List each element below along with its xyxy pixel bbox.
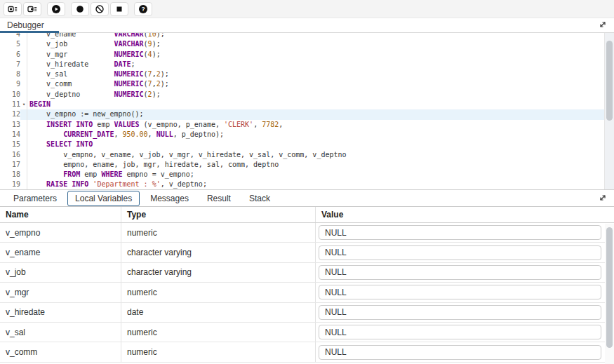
code-line-8[interactable]: 8 v_sal NUMERIC(7,2); (0, 69, 604, 79)
variable-type: character varying (121, 243, 316, 262)
code-line-16[interactable]: 16 v_empno, v_ename, v_job, v_mgr, v_hir… (0, 150, 604, 160)
line-number[interactable]: 4 (0, 33, 20, 39)
line-number[interactable]: 17 (0, 160, 20, 170)
editor-expand-button[interactable] (598, 20, 608, 30)
variable-row-v_job: v_jobcharacter varying (0, 263, 614, 283)
table-scrollbar-thumb[interactable] (606, 227, 613, 348)
variable-type: date (121, 303, 316, 322)
line-number[interactable]: 13 (0, 120, 20, 130)
expand-diagonal-icon (599, 192, 607, 205)
code-line-10[interactable]: 10 v_deptno NUMERIC(2); (0, 90, 604, 100)
code-line-9[interactable]: 9 v_comm NUMERIC(7,2); (0, 79, 604, 89)
line-number[interactable]: 19 (0, 180, 20, 189)
line-number[interactable]: 9 (0, 79, 20, 89)
code-line-14[interactable]: 14 CURRENT_DATE, 950.00, NULL, p_deptno)… (0, 130, 604, 140)
tab-parameters[interactable]: Parameters (6, 191, 65, 206)
code-text[interactable]: BEGIN (27, 100, 604, 109)
code-text[interactable]: SELECT INTO (27, 140, 604, 149)
tab-stack[interactable]: Stack (241, 191, 278, 206)
ban-circle-icon (95, 4, 105, 14)
code-line-17[interactable]: 17 empno, ename, job, mgr, hiredate, sal… (0, 160, 604, 170)
code-line-7[interactable]: 7 v_hiredate DATE; (0, 60, 604, 69)
code-line-5[interactable]: 5 v_job VARCHAR(9); (0, 39, 604, 49)
play-circle-icon (51, 4, 61, 14)
line-number[interactable]: 5 (0, 39, 20, 49)
step-over-button[interactable] (23, 2, 41, 16)
panel-expand-button[interactable] (598, 194, 608, 203)
variable-type: numeric (121, 342, 316, 361)
code-text[interactable]: INSERT INTO emp VALUES (v_empno, p_ename… (27, 120, 604, 130)
code-text[interactable]: empno, ename, job, mgr, hiredate, sal, c… (27, 160, 604, 170)
line-number[interactable]: 8 (0, 69, 20, 79)
variable-value-input[interactable] (319, 245, 601, 260)
code-text[interactable]: v_hiredate DATE; (27, 60, 604, 69)
code-text[interactable]: RAISE INFO 'Department : %', v_deptno; (27, 180, 604, 189)
variable-value-input[interactable] (319, 305, 601, 320)
variable-value-cell (316, 283, 614, 302)
tab-messages[interactable]: Messages (142, 191, 196, 206)
variable-name: v_hiredate (0, 303, 121, 322)
line-number[interactable]: 11 (0, 100, 20, 109)
line-number[interactable]: 7 (0, 60, 20, 69)
toggle-breakpoint-button[interactable] (71, 2, 89, 16)
line-number[interactable]: 10 (0, 90, 20, 100)
editor-scrollbar-thumb[interactable] (606, 41, 613, 121)
column-header-type: Type (121, 207, 316, 222)
code-line-18[interactable]: 18 FROM emp WHERE empno = v_empno; (0, 170, 604, 180)
tab-local-variables[interactable]: Local Variables (67, 191, 140, 206)
table-header-row: Name Type Value (0, 207, 614, 223)
breakpoint-circle-icon (75, 4, 85, 14)
code-text[interactable]: v_ename VARCHAR(10); (27, 33, 604, 39)
code-text[interactable]: FROM emp WHERE empno = v_empno; (27, 170, 604, 180)
code-text[interactable]: v_comm NUMERIC(7,2); (27, 79, 604, 89)
code-text[interactable]: v_job VARCHAR(9); (27, 39, 604, 49)
code-line-15[interactable]: 15 SELECT INTO (0, 140, 604, 149)
table-scrollbar[interactable] (605, 224, 614, 364)
variable-name: v_sal (0, 323, 121, 342)
code-text[interactable]: v_empno := new_empno(); (27, 109, 604, 119)
help-button[interactable]: ? (134, 2, 152, 16)
variable-value-input[interactable] (319, 325, 601, 339)
code-text[interactable]: v_empno, v_ename, v_job, v_mgr, v_hireda… (27, 150, 604, 160)
variable-row-v_empno: v_empnonumeric (0, 223, 614, 243)
tab-debugger[interactable]: Debugger (0, 18, 54, 32)
line-number[interactable]: 18 (0, 170, 20, 180)
variable-value-input[interactable] (319, 285, 601, 299)
variable-value-cell (316, 342, 614, 361)
continue-button[interactable] (47, 2, 65, 16)
variable-type: numeric (121, 323, 316, 342)
variable-row-v_comm: v_commnumeric (0, 342, 614, 362)
stop-button[interactable] (110, 2, 128, 16)
line-number[interactable]: 16 (0, 150, 20, 160)
expand-diagonal-icon (599, 19, 607, 32)
code-line-19[interactable]: 19 RAISE INFO 'Department : %', v_deptno… (0, 180, 604, 189)
code-text[interactable]: v_mgr NUMERIC(4); (27, 50, 604, 60)
code-text[interactable]: CURRENT_DATE, 950.00, NULL, p_deptno); (27, 130, 604, 140)
code-line-12[interactable]: 12 v_empno := new_empno(); (0, 109, 604, 119)
code-line-11[interactable]: 11▾BEGIN (0, 100, 604, 109)
variable-value-cell (316, 323, 614, 342)
step-into-button[interactable] (4, 2, 22, 16)
variable-value-input[interactable] (319, 345, 601, 360)
variable-value-input[interactable] (319, 265, 601, 280)
code-text[interactable]: v_sal NUMERIC(7,2); (27, 69, 604, 79)
variable-type: character varying (121, 263, 316, 282)
help-icon: ? (138, 4, 148, 14)
variable-value-input[interactable] (319, 225, 601, 240)
line-number[interactable]: 12 (0, 109, 20, 119)
code-line-4[interactable]: 4 v_ename VARCHAR(10); (0, 33, 604, 39)
debug-panel-tabs: ParametersLocal VariablesMessagesResultS… (6, 191, 281, 206)
code-line-6[interactable]: 6 v_mgr NUMERIC(4); (0, 50, 604, 60)
variable-value-cell (316, 263, 614, 282)
code-editor[interactable]: 4 v_ename VARCHAR(10);5 v_job VARCHAR(9)… (0, 33, 614, 190)
line-number[interactable]: 6 (0, 50, 20, 60)
clear-all-breakpoints-button[interactable] (91, 2, 109, 16)
line-number[interactable]: 15 (0, 140, 20, 149)
code-line-13[interactable]: 13 INSERT INTO emp VALUES (v_empno, p_en… (0, 120, 604, 130)
tab-debugger-label: Debugger (7, 20, 44, 30)
line-number[interactable]: 14 (0, 130, 20, 140)
code-text[interactable]: v_deptno NUMERIC(2); (27, 90, 604, 100)
editor-scrollbar[interactable] (604, 33, 614, 189)
variable-row-v_hiredate: v_hiredatedate (0, 303, 614, 323)
tab-result[interactable]: Result (199, 191, 239, 206)
